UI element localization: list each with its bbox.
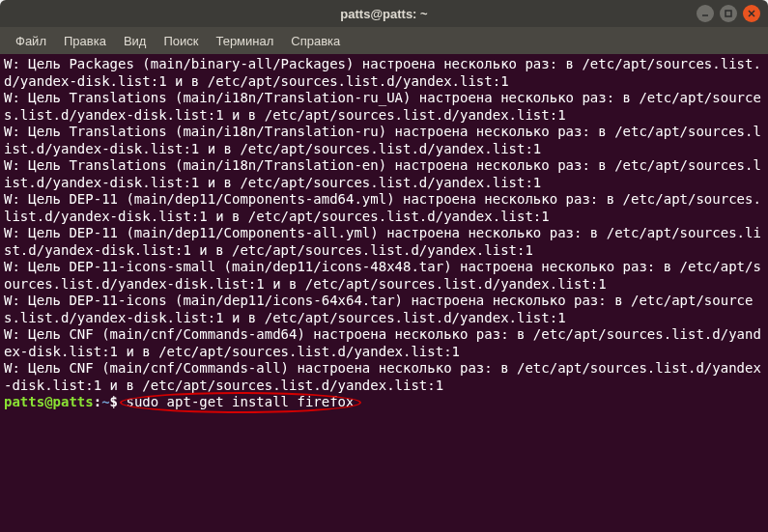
terminal-window: patts@patts: ~ Файл Правка Вид Поиск Тер… xyxy=(0,0,768,532)
window-controls xyxy=(697,5,760,22)
terminal-output-line: W: Цель Translations (main/i18n/Translat… xyxy=(4,90,764,124)
menu-view[interactable]: Вид xyxy=(116,30,155,52)
terminal-output-line: W: Цель DEP-11-icons (main/dep11/icons-6… xyxy=(4,293,764,326)
terminal-output-line: W: Цель CNF (main/cnf/Commands-amd64) на… xyxy=(4,326,764,360)
maximize-button[interactable] xyxy=(720,5,737,22)
terminal-output-line: W: Цель DEP-11 (main/dep11/Components-am… xyxy=(4,191,764,225)
command-text: sudo apt-get install firefox xyxy=(126,394,354,409)
window-title: patts@patts: ~ xyxy=(340,7,427,21)
minimize-button[interactable] xyxy=(697,5,714,22)
terminal-output-line: W: Цель Translations (main/i18n/Translat… xyxy=(4,124,764,157)
prompt-line: patts@patts:~$ sudo apt-get install fire… xyxy=(4,394,764,411)
menu-help[interactable]: Справка xyxy=(283,30,348,52)
terminal-output-line: W: Цель DEP-11-icons-small (main/dep11/i… xyxy=(4,259,764,293)
close-button[interactable] xyxy=(743,5,760,22)
menu-bar: Файл Правка Вид Поиск Терминал Справка xyxy=(0,27,768,54)
menu-edit[interactable]: Правка xyxy=(56,30,114,52)
prompt-dollar: $ xyxy=(110,394,118,409)
terminal-output-line: W: Цель CNF (main/cnf/Commands-all) наст… xyxy=(4,360,764,394)
svg-rect-1 xyxy=(725,11,731,16)
maximize-icon xyxy=(724,9,733,18)
menu-search[interactable]: Поиск xyxy=(156,30,206,52)
prompt-path: ~ xyxy=(101,394,109,409)
terminal-output-line: W: Цель DEP-11 (main/dep11/Components-al… xyxy=(4,225,764,259)
title-bar: patts@patts: ~ xyxy=(0,0,768,27)
minimize-icon xyxy=(700,9,710,18)
command-highlight: sudo apt-get install firefox xyxy=(126,394,354,411)
terminal-output-line: W: Цель Packages (main/binary-all/Packag… xyxy=(4,56,764,90)
prompt-user-host: patts@patts xyxy=(4,394,94,409)
menu-file[interactable]: Файл xyxy=(8,30,54,52)
prompt-colon: : xyxy=(94,394,101,409)
menu-terminal[interactable]: Терминал xyxy=(208,30,281,52)
close-icon xyxy=(747,9,756,18)
terminal-output-line: W: Цель Translations (main/i18n/Translat… xyxy=(4,157,764,191)
terminal-body[interactable]: W: Цель Packages (main/binary-all/Packag… xyxy=(0,54,768,532)
